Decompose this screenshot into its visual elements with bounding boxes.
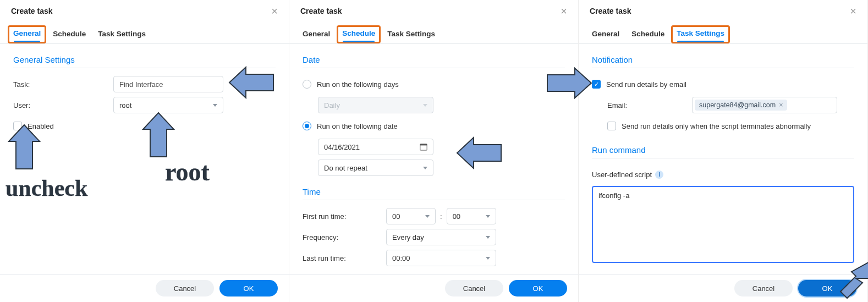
days-select: Daily bbox=[318, 97, 433, 113]
run-days-radio[interactable] bbox=[303, 80, 311, 89]
tab-general[interactable]: General bbox=[8, 25, 46, 43]
cancel-button[interactable]: Cancel bbox=[156, 280, 214, 296]
svg-rect-1 bbox=[420, 144, 427, 146]
dialog-title: Create task bbox=[300, 7, 342, 15]
section-run-command: Run command bbox=[592, 143, 854, 158]
enabled-label: Enabled bbox=[28, 122, 54, 130]
email-chip[interactable]: supergate84@gmail.com × bbox=[695, 100, 787, 111]
script-textarea[interactable] bbox=[592, 186, 854, 263]
footer: Cancel OK bbox=[0, 274, 289, 302]
chevron-down-icon bbox=[423, 167, 427, 169]
chevron-down-icon bbox=[486, 257, 490, 260]
titlebar: Create task × bbox=[0, 0, 289, 21]
content-general: General Settings Task: Find Interface Us… bbox=[0, 44, 289, 274]
tab-schedule[interactable]: Schedule bbox=[337, 25, 381, 43]
calendar-icon bbox=[420, 143, 427, 151]
remove-email-icon[interactable]: × bbox=[779, 101, 783, 109]
dialog-title: Create task bbox=[590, 7, 631, 15]
task-input[interactable]: Find Interface bbox=[113, 76, 223, 92]
frequency-label: Frequency: bbox=[303, 233, 386, 241]
send-email-label: Send run details by email bbox=[606, 80, 686, 89]
footer: Cancel OK bbox=[579, 274, 867, 302]
titlebar: Create task × bbox=[289, 0, 578, 21]
only-abnormal-checkbox[interactable] bbox=[607, 122, 616, 130]
section-date: Date bbox=[303, 53, 565, 68]
user-label: User: bbox=[13, 101, 113, 109]
cancel-button[interactable]: Cancel bbox=[734, 280, 793, 296]
repeat-select[interactable]: Do not repeat bbox=[318, 160, 433, 176]
panel-general: Create task × General Schedule Task Sett… bbox=[0, 0, 289, 302]
content-task-settings: Notification ✓ Send run details by email… bbox=[579, 44, 867, 274]
email-label: Email: bbox=[607, 101, 692, 109]
ok-button[interactable]: OK bbox=[509, 280, 567, 296]
section-notification: Notification bbox=[592, 53, 854, 68]
tab-task-settings[interactable]: Task Settings bbox=[92, 25, 151, 43]
content-schedule: Date Run on the following days Daily Run… bbox=[289, 44, 578, 274]
last-run-label: Last run time: bbox=[303, 254, 386, 262]
chevron-down-icon bbox=[423, 104, 427, 107]
only-abnormal-label: Send run details only when the script te… bbox=[622, 122, 811, 130]
chevron-down-icon bbox=[213, 104, 217, 107]
script-label: User-defined script bbox=[592, 171, 652, 179]
chevron-down-icon bbox=[486, 215, 490, 218]
run-days-label: Run on the following days bbox=[317, 80, 399, 89]
send-email-checkbox[interactable]: ✓ bbox=[592, 80, 601, 89]
tab-schedule[interactable]: Schedule bbox=[47, 25, 91, 43]
user-select[interactable]: root bbox=[113, 97, 223, 113]
close-icon[interactable]: × bbox=[850, 6, 856, 17]
tab-schedule[interactable]: Schedule bbox=[626, 25, 670, 43]
panel-task-settings: Create task × General Schedule Task Sett… bbox=[579, 0, 868, 302]
run-date-label: Run on the following date bbox=[317, 122, 398, 130]
chevron-down-icon bbox=[486, 236, 490, 239]
titlebar: Create task × bbox=[579, 0, 867, 21]
ok-button[interactable]: OK bbox=[798, 280, 856, 296]
tabs: General Schedule Task Settings bbox=[579, 21, 867, 44]
first-run-label: First run time: bbox=[303, 212, 386, 221]
panel-schedule: Create task × General Schedule Task Sett… bbox=[289, 0, 579, 302]
first-min-select[interactable]: 00 bbox=[447, 208, 496, 224]
footer: Cancel OK bbox=[289, 274, 578, 302]
tab-task-settings[interactable]: Task Settings bbox=[671, 25, 730, 43]
close-icon[interactable]: × bbox=[271, 6, 278, 17]
cancel-button[interactable]: Cancel bbox=[445, 280, 503, 296]
ok-button[interactable]: OK bbox=[219, 280, 278, 296]
chevron-down-icon bbox=[425, 215, 430, 218]
first-hour-select[interactable]: 00 bbox=[386, 208, 436, 224]
time-colon: : bbox=[440, 212, 442, 221]
email-input[interactable]: supergate84@gmail.com × bbox=[692, 97, 837, 113]
tab-general[interactable]: General bbox=[586, 25, 625, 43]
run-date-radio[interactable] bbox=[303, 122, 311, 130]
date-input[interactable]: 04/16/2021 bbox=[318, 139, 433, 155]
dialog-title: Create task bbox=[11, 7, 53, 15]
tab-general[interactable]: General bbox=[297, 25, 336, 43]
enabled-checkbox[interactable] bbox=[13, 122, 22, 130]
section-general-settings: General Settings bbox=[13, 53, 276, 68]
tabs: General Schedule Task Settings bbox=[289, 21, 578, 44]
task-label: Task: bbox=[13, 80, 113, 89]
frequency-select[interactable]: Every day bbox=[386, 229, 496, 245]
tabs: General Schedule Task Settings bbox=[0, 21, 289, 44]
last-run-select[interactable]: 00:00 bbox=[386, 250, 496, 266]
close-icon[interactable]: × bbox=[561, 6, 567, 17]
tab-task-settings[interactable]: Task Settings bbox=[382, 25, 441, 43]
info-icon[interactable]: i bbox=[655, 171, 663, 179]
section-time: Time bbox=[303, 185, 565, 200]
